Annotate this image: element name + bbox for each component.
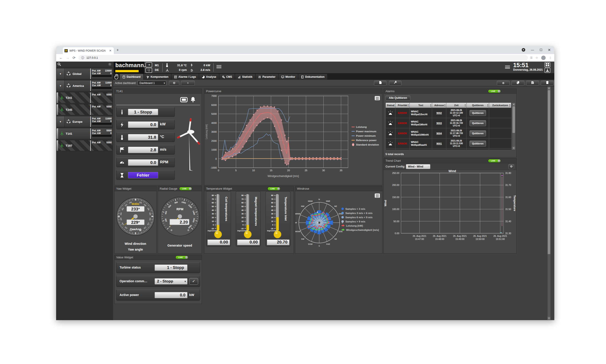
sidebar-item-t241[interactable]: T241Pot. kW5500 [56, 92, 113, 103]
column-header-text[interactable]: Text▲ ▼ [410, 103, 432, 108]
alarm-reset-cell [489, 128, 511, 138]
minimize-button[interactable]: — [531, 48, 534, 52]
add-widget-button[interactable]: ⊕ [497, 81, 510, 86]
scroll-thumb[interactable] [512, 106, 515, 133]
sidebar-item-t197[interactable]: T197Pot. kW5500 [56, 140, 113, 151]
column-header-zurücksetzen[interactable]: Zurücksetzen▲ ▼ [489, 103, 511, 108]
circle [224, 77, 225, 78]
alarms-scrollbar[interactable]: ▲ ▼ [512, 103, 515, 150]
dashboard-settings-button[interactable]: ⚙ [169, 81, 179, 86]
trend-settings-button[interactable]: ⚙ [509, 164, 514, 169]
sidebar-item-europe[interactable]: ▼EuropePot. kW11000Cur. kW0 [56, 116, 113, 127]
config-select[interactable]: Wind - Wind [406, 164, 430, 169]
scroll-up-icon[interactable]: ▲ [512, 103, 515, 106]
menu-kebab-icon[interactable]: ⋮ [549, 56, 552, 59]
circle [67, 74, 68, 75]
column-header-status[interactable]: Status▲ ▼ [386, 103, 396, 108]
address-bar[interactable]: i 127.0.0.1 [79, 55, 528, 61]
quittieren-button[interactable]: Quittieren [469, 130, 486, 136]
browser-update-icon[interactable]: ▼ [522, 48, 525, 52]
dashboard-add-button[interactable]: + [181, 81, 195, 86]
reload-button[interactable]: ⟳ [72, 56, 75, 60]
alarm-text-cell: WNAC WdSpd1SecHi [410, 108, 432, 118]
delete-button[interactable] [541, 81, 554, 86]
column-header-adresse[interactable]: Adresse▲ ▼ [432, 103, 446, 108]
scroll-up-icon[interactable]: ▲ [548, 87, 551, 90]
alarm-address-link[interactable]: 9004 [436, 132, 442, 135]
tree-search-bar[interactable]: ✕ [56, 62, 113, 67]
screen-icon[interactable] [180, 97, 188, 104]
quittieren-button[interactable]: Quittieren [469, 141, 486, 146]
value-live-toggle[interactable]: LIVE [176, 256, 188, 259]
ack-all-button[interactable]: Alle Quittieren [386, 95, 410, 100]
bell-icon[interactable] [190, 96, 196, 104]
sidebar-item-america[interactable]: ▼AmericaPot. kW11000Cur. kW0 [56, 80, 113, 91]
quittieren-button[interactable]: Quittieren [469, 120, 486, 126]
scroll-down-icon[interactable]: ▼ [548, 317, 551, 320]
alarm-status-cell [386, 118, 396, 128]
password-key-icon[interactable]: ⚿ [530, 56, 532, 60]
sidebar-item-global[interactable]: ▼GlobalPot. kW22000Cur. kW0 [56, 68, 113, 79]
tab-label: CMS [226, 75, 232, 78]
alarm-address-link[interactable]: 9002 [436, 112, 442, 114]
column-header-priorität[interactable]: Priorität▲ ▼ [396, 103, 410, 108]
forward-button[interactable]: → [66, 56, 69, 60]
trend-live-toggle[interactable]: LIVE [488, 159, 501, 163]
tab-dokumentation[interactable]: Dokumentation [298, 74, 327, 80]
alarm-address-link[interactable]: 9003 [436, 122, 442, 125]
tab-komponenten[interactable]: Komponenten [144, 74, 171, 80]
expand-chevron-icon[interactable]: ▼ [56, 80, 65, 91]
expand-chevron-icon[interactable]: ▼ [56, 68, 65, 79]
login-button[interactable]: ⇥ [146, 62, 152, 67]
tab-statistik[interactable]: Statistik [235, 74, 255, 80]
new-tab-button[interactable]: + [116, 48, 119, 52]
operation-command-select[interactable]: 2 - Stopp▾ [155, 278, 187, 285]
confirm-command-button[interactable]: ✓ [189, 278, 198, 285]
tab-close-icon[interactable]: ✕ [109, 49, 112, 52]
sidebar-item-t245[interactable]: T245Pot. kW5500 [56, 104, 113, 115]
tab-alarme-logs[interactable]: Alarme / Logs [171, 74, 199, 80]
column-header-zeit[interactable]: Zeit▲ ▼ [446, 103, 467, 108]
chart-text: Temperature inlet [284, 197, 288, 221]
alarms-live-toggle[interactable]: LIVE [488, 90, 501, 93]
new-page-button[interactable] [374, 81, 386, 86]
tab-cms[interactable]: CMS [219, 74, 235, 80]
alarm-address-link[interactable]: 9001 [436, 142, 442, 145]
browser-tabstrip: WPS - WIND POWER SCADA ✕ + ▼ — ✕ [56, 46, 554, 54]
rose-point [308, 226, 309, 228]
chart-text: 26. Aug 2021 [453, 235, 467, 237]
quittieren-button[interactable]: Quittieren [469, 110, 486, 116]
copy-icon [517, 81, 520, 84]
header-menu-icon[interactable] [505, 65, 510, 69]
edit-tools-button[interactable] [389, 81, 401, 86]
paste-button[interactable] [526, 81, 539, 86]
sidebar-item-t141[interactable]: T141Pot. kW5500Cur. kW0 [56, 128, 113, 139]
tab-monitor[interactable]: Monitor [279, 74, 298, 80]
tree-item-stats: Pot. kW5500 [90, 92, 112, 103]
expand-chevron-icon[interactable]: ▼ [56, 116, 65, 127]
tab-analyse[interactable]: Analyse [199, 74, 219, 80]
gauge-live-toggle[interactable]: LIVE [179, 187, 192, 191]
bookmark-star-icon[interactable]: ☆ [536, 56, 538, 59]
restore-button[interactable] [540, 49, 542, 51]
temperature-live-toggle[interactable]: LIVE [267, 187, 280, 191]
tab-parameter[interactable]: Parameter [256, 74, 278, 80]
export-button[interactable] [545, 68, 550, 73]
search-clear-icon[interactable]: ✕ [108, 63, 111, 66]
column-header-quittieren[interactable]: Quittieren▲ ▼ [467, 103, 489, 108]
scroll-down-icon[interactable]: ▼ [512, 147, 515, 150]
tab-label: Dashboard [127, 75, 141, 78]
tab-label: Alarme / Logs [178, 75, 196, 78]
scroll-thumb[interactable] [548, 90, 550, 254]
close-button[interactable]: ✕ [548, 48, 551, 52]
dashboard-select[interactable]: Dashboard 1 [138, 81, 166, 86]
grid-view-button[interactable] [545, 62, 550, 67]
profile-avatar[interactable] [541, 56, 546, 60]
browser-tab[interactable]: WPS - WIND POWER SCADA ✕ [63, 47, 114, 54]
copy-button[interactable] [511, 81, 524, 86]
messages-button[interactable]: 🗨 [146, 68, 152, 73]
back-button[interactable]: ← [59, 56, 63, 60]
site-info-icon[interactable]: i [81, 56, 84, 59]
content-scrollbar[interactable]: ▲ ▼ [547, 86, 551, 320]
tab-dashboard[interactable]: Dashboard [120, 74, 143, 80]
